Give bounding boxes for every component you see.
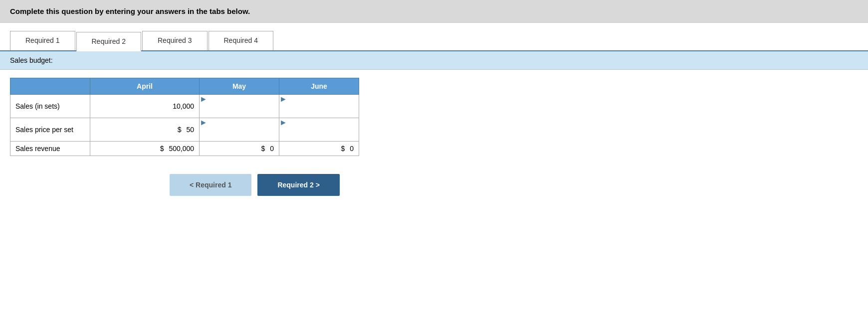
- sales-budget-table: April May June Sales (in sets) 10,000 ► …: [10, 78, 359, 156]
- tab-required1[interactable]: Required 1: [10, 31, 75, 50]
- table-row: Sales (in sets) 10,000 ► ►: [10, 95, 359, 118]
- col-header-april: April: [90, 78, 200, 95]
- april-value-sets: 10,000: [173, 102, 194, 110]
- tab-required4[interactable]: Required 4: [209, 31, 274, 50]
- row-label-sales-sets: Sales (in sets): [10, 95, 90, 118]
- cell-april-revenue: $ 500,000: [90, 142, 200, 156]
- tab-required2[interactable]: Required 2: [76, 32, 142, 51]
- april-prefix-price: $: [178, 126, 182, 134]
- may-prefix-revenue: $: [261, 145, 265, 153]
- next-button[interactable]: Required 2 >: [257, 174, 339, 196]
- cell-may-price[interactable]: ►: [200, 118, 279, 142]
- col-header-label: [10, 78, 90, 95]
- june-input-price[interactable]: [279, 127, 349, 141]
- tab-required3[interactable]: Required 3: [142, 31, 208, 50]
- may-input-price[interactable]: [200, 127, 269, 141]
- april-value-price: 50: [186, 126, 194, 134]
- cell-june-revenue: $ 0: [279, 142, 359, 156]
- cell-june-sales-sets[interactable]: ►: [279, 95, 359, 118]
- cell-april-sales-sets: 10,000: [90, 95, 200, 118]
- table-row: Sales price per set $ 50 ► ►: [10, 118, 359, 142]
- table-row: Sales revenue $ 500,000 $ 0 $ 0: [10, 142, 359, 156]
- june-arrow-sets: ►: [279, 95, 287, 103]
- tabs-area: Required 1 Required 2 Required 3 Require…: [0, 23, 868, 51]
- june-value-revenue: 0: [350, 145, 354, 153]
- prev-button[interactable]: < Required 1: [170, 174, 251, 196]
- may-arrow-sets: ►: [200, 95, 208, 103]
- cell-may-sales-sets[interactable]: ►: [200, 95, 279, 118]
- instruction-bar: Complete this question by entering your …: [0, 0, 868, 23]
- cell-june-price[interactable]: ►: [279, 118, 359, 142]
- may-value-revenue: 0: [270, 145, 274, 153]
- cell-may-revenue: $ 0: [200, 142, 279, 156]
- cell-april-price: $ 50: [90, 118, 200, 142]
- col-header-may: May: [200, 78, 279, 95]
- row-label-revenue: Sales revenue: [10, 142, 90, 156]
- may-arrow-price: ►: [200, 118, 208, 127]
- instruction-text: Complete this question by entering your …: [10, 7, 250, 15]
- june-prefix-revenue: $: [341, 145, 345, 153]
- june-arrow-price: ►: [279, 118, 287, 127]
- row-label-price-per-set: Sales price per set: [10, 118, 90, 142]
- nav-buttons: < Required 1 Required 2 >: [0, 164, 868, 206]
- april-prefix-revenue: $: [160, 145, 164, 153]
- june-input-sales-sets[interactable]: [279, 104, 349, 118]
- april-value-revenue: 500,000: [169, 145, 194, 153]
- section-header: Sales budget:: [0, 51, 868, 70]
- table-area: April May June Sales (in sets) 10,000 ► …: [0, 70, 868, 164]
- col-header-june: June: [279, 78, 359, 95]
- may-input-sales-sets[interactable]: [200, 104, 269, 118]
